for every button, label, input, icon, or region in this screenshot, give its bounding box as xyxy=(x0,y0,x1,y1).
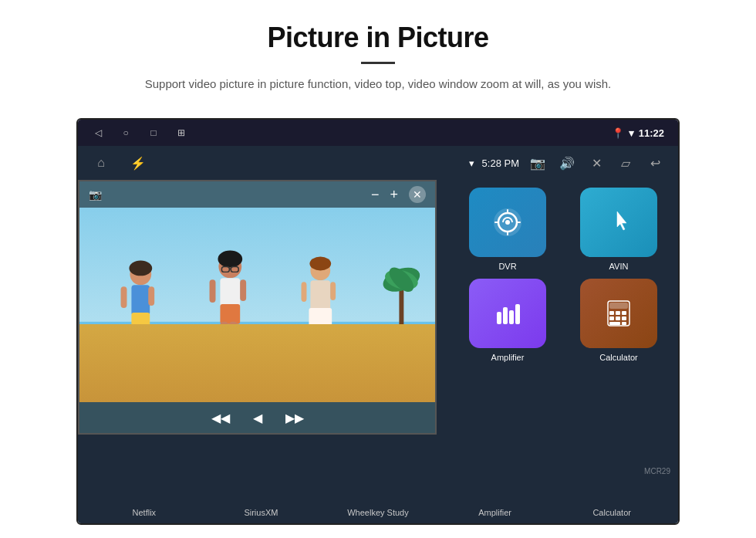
volume-icon[interactable]: 🔊 xyxy=(556,152,578,174)
calculator-label: Calculator xyxy=(599,353,638,362)
svg-rect-28 xyxy=(302,282,307,302)
svg-rect-40 xyxy=(515,304,520,324)
app-bar: ⌂ ⚡ ▾ 5:28 PM 📷 🔊 ✕ ▱ ↩ xyxy=(78,146,678,180)
wifi-signal-icon: ▾ xyxy=(469,157,474,169)
status-bar-left: ◁ ○ □ ⊞ xyxy=(92,127,187,139)
svg-rect-47 xyxy=(616,316,620,320)
dvr-label: DVR xyxy=(498,262,516,271)
back-nav-icon[interactable]: ◁ xyxy=(92,127,104,139)
svg-rect-37 xyxy=(497,312,501,324)
pip-close-btn[interactable]: ✕ xyxy=(409,186,426,203)
app-bar-right: ▾ 5:28 PM 📷 🔊 ✕ ▱ ↩ xyxy=(469,152,666,174)
dvr-app-cell: DVR xyxy=(456,188,559,271)
pip-video xyxy=(79,208,435,402)
pip-next-btn[interactable]: ▶▶ xyxy=(285,411,304,425)
svg-point-23 xyxy=(309,257,331,271)
status-bar: ◁ ○ □ ⊞ 📍 ▾ 11:22 xyxy=(78,120,678,146)
svg-rect-42 xyxy=(609,303,628,309)
appbar-time: 5:28 PM xyxy=(482,157,519,169)
avin-label: AVIN xyxy=(609,262,629,271)
close-icon[interactable]: ✕ xyxy=(586,152,607,174)
svg-rect-50 xyxy=(622,322,626,325)
pip-prev-btn[interactable]: ◀ xyxy=(253,411,262,425)
svg-rect-10 xyxy=(148,286,154,306)
location-icon: 📍 xyxy=(612,127,624,139)
window-icon[interactable]: ▱ xyxy=(615,152,636,174)
avin-app-cell: AVIN xyxy=(567,188,670,271)
svg-rect-17 xyxy=(220,304,240,324)
amplifier-bottom-label: Amplifier xyxy=(437,508,554,517)
wheelkey-bottom-label: Wheelkey Study xyxy=(319,508,437,517)
amplifier-icon-svg xyxy=(491,296,525,330)
page-wrapper: Picture in Picture Support video picture… xyxy=(0,0,756,525)
avin-icon-svg xyxy=(602,205,636,239)
pip-bottom-bar: ◀◀ ◀ ▶▶ xyxy=(79,402,435,433)
amplifier-app-cell: Amplifier xyxy=(456,279,559,362)
dvr-icon-svg xyxy=(491,205,525,239)
pip-rewind-btn[interactable]: ◀◀ xyxy=(211,411,230,425)
amplifier-label: Amplifier xyxy=(491,353,525,362)
svg-rect-16 xyxy=(220,278,240,307)
pip-plus-btn[interactable]: + xyxy=(390,187,398,203)
camera-icon[interactable]: 📷 xyxy=(527,152,548,174)
siriusxm-bottom-label: SiriusXM xyxy=(203,508,320,517)
recents-nav-icon[interactable]: □ xyxy=(147,127,160,139)
svg-rect-48 xyxy=(622,316,626,320)
calculator-app-cell: Calculator xyxy=(567,279,670,362)
title-divider xyxy=(361,62,395,64)
svg-rect-9 xyxy=(121,286,127,308)
page-header: Picture in Picture Support video picture… xyxy=(0,0,756,107)
netflix-bottom-label: Netflix xyxy=(86,508,203,517)
page-subtitle: Support video picture in picture functio… xyxy=(108,75,648,93)
dvr-app-icon[interactable] xyxy=(469,188,546,257)
svg-rect-38 xyxy=(503,307,508,324)
calculator-icon-svg xyxy=(602,296,636,330)
wifi-icon: ▾ xyxy=(629,127,634,139)
svg-point-36 xyxy=(505,220,510,225)
page-title: Picture in Picture xyxy=(46,22,710,54)
svg-rect-45 xyxy=(622,311,626,315)
pip-minus-btn[interactable]: − xyxy=(371,187,380,203)
pip-top-bar: 📷 − + ✕ xyxy=(79,181,435,208)
svg-point-4 xyxy=(129,260,152,276)
svg-rect-29 xyxy=(330,282,336,300)
beach-background xyxy=(79,324,435,402)
bottom-labels-bar: Netflix SiriusXM Wheelkey Study Amplifie… xyxy=(78,483,678,523)
svg-rect-44 xyxy=(616,311,620,315)
avin-app-icon[interactable] xyxy=(580,188,657,257)
calculator-app-icon[interactable] xyxy=(580,279,657,348)
svg-rect-21 xyxy=(240,279,246,301)
svg-rect-24 xyxy=(310,280,330,311)
calculator-bottom-label: Calculator xyxy=(553,508,670,517)
screenshot-nav-icon[interactable]: ⊞ xyxy=(175,127,187,139)
amplifier-app-icon[interactable] xyxy=(469,279,546,348)
app-bar-left: ⌂ ⚡ xyxy=(90,152,149,174)
svg-rect-5 xyxy=(131,285,150,316)
svg-rect-20 xyxy=(210,279,216,303)
svg-rect-43 xyxy=(609,311,614,315)
usb-icon[interactable]: ⚡ xyxy=(127,152,149,174)
pip-container[interactable]: 📷 − + ✕ xyxy=(78,180,437,435)
pip-camera-icon: 📷 xyxy=(89,188,102,201)
svg-point-12 xyxy=(218,251,242,268)
main-area: 📷 − + ✕ xyxy=(78,180,678,483)
home-nav-icon[interactable]: ○ xyxy=(120,127,132,139)
device-frame: ◁ ○ □ ⊞ 📍 ▾ 11:22 ⌂ ⚡ ▾ 5:28 PM 📷 🔊 xyxy=(76,118,680,525)
home-icon[interactable]: ⌂ xyxy=(90,152,112,174)
pip-controls: − + ✕ xyxy=(371,186,426,203)
svg-rect-49 xyxy=(609,322,620,325)
back-icon[interactable]: ↩ xyxy=(644,152,666,174)
svg-rect-46 xyxy=(609,316,614,320)
status-bar-right: 📍 ▾ 11:22 xyxy=(612,127,664,139)
svg-rect-39 xyxy=(509,310,514,324)
watermark: MCR29 xyxy=(644,467,670,475)
status-time: 11:22 xyxy=(639,127,664,139)
